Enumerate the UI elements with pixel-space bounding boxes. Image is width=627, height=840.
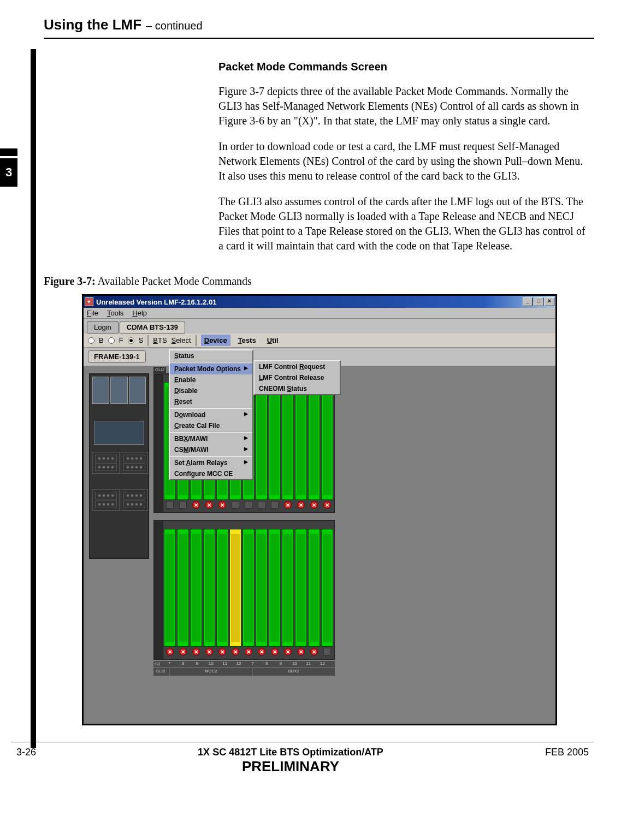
footer-preliminary: PRELIMINARY (198, 758, 383, 775)
maximize-button[interactable]: □ (534, 297, 543, 306)
card-slot[interactable]: ✕ (242, 523, 255, 657)
card-slot[interactable]: ✕ (164, 523, 176, 657)
slot-num: 7 (162, 661, 176, 668)
menu-item-configure-mcc-ce[interactable]: Configure MCC CE (170, 468, 252, 479)
card-slot[interactable]: ✕ (269, 523, 281, 657)
menu-item-packet-mode-options[interactable]: Packet Mode Options▶ (170, 364, 252, 374)
app-icon: ✦ (85, 297, 93, 306)
menu-file[interactable]: File (87, 309, 98, 317)
titlebar: ✦ Unreleased Version LMF-2.16.1.2.01 _ □… (84, 296, 555, 308)
card-slot[interactable]: ✕ (190, 523, 202, 657)
toolbar-device[interactable]: Device (201, 335, 230, 346)
page-header-continued: – continued (146, 20, 202, 32)
toolbar-select[interactable]: Select (171, 336, 191, 344)
card-slot[interactable]: ✕ (177, 523, 189, 657)
footer-gli2: GLI2 (153, 668, 170, 676)
slot-num: 7 (246, 661, 260, 668)
toolbar-bts[interactable]: BTS (153, 336, 167, 344)
status-x-icon: ✕ (192, 501, 200, 509)
packet-mode-submenu: LMF Control Request LMF Control Release … (253, 360, 341, 395)
gli-strip (155, 374, 163, 512)
status-x-icon: ✕ (258, 648, 265, 656)
card-slot[interactable] (269, 377, 281, 510)
radio-b[interactable] (88, 337, 94, 344)
footer-bbx2: BBX2 (253, 668, 335, 676)
menu-item-reset[interactable]: Reset (170, 396, 252, 407)
card-slot[interactable]: ✕ (216, 523, 228, 657)
menu-item-download[interactable]: Download▶ (170, 409, 252, 420)
status-x-icon: ✕ (218, 648, 226, 656)
menu-item-disable[interactable]: Disable (170, 385, 252, 396)
chevron-right-icon: ▶ (244, 459, 248, 467)
app-window: ✦ Unreleased Version LMF-2.16.1.2.01 _ □… (82, 294, 557, 725)
footer-doc-title: 1X SC 4812T Lite BTS Optimization/ATP (198, 747, 383, 758)
tab-login[interactable]: Login (87, 321, 119, 333)
radio-s[interactable] (128, 337, 134, 344)
toolbar-divider (147, 335, 149, 346)
canvas-area: Status Packet Mode Options▶ Enable Disab… (84, 366, 555, 724)
status-x-icon: ✕ (284, 501, 292, 509)
slot-num: 10 (288, 661, 302, 668)
card-slot[interactable]: ✕ (256, 523, 268, 657)
card-slot[interactable]: ✕ (282, 523, 294, 657)
card-slot[interactable]: ✕ (308, 523, 320, 657)
toolbar-tests[interactable]: Tests (235, 335, 259, 346)
close-button[interactable]: × (545, 297, 554, 306)
status-x-icon: ✕ (166, 648, 174, 656)
card-slot[interactable] (256, 377, 268, 510)
card-slot[interactable]: ✕ (203, 523, 215, 657)
status-x-icon: ✕ (323, 501, 331, 509)
card-slot[interactable]: ✕ (295, 523, 307, 657)
menu-item-enable[interactable]: Enable (170, 374, 252, 385)
header-rule (44, 38, 594, 39)
window-title: Unreleased Version LMF-2.16.1.2.01 (96, 298, 523, 306)
status-x-icon: ✕ (218, 501, 226, 509)
menu-help[interactable]: Help (132, 309, 147, 317)
figure-caption: Figure 3-7: Available Packet Mode Comman… (44, 275, 594, 288)
frame-selector[interactable]: FRAME-139-1 (88, 350, 146, 363)
toolbar-divider-2 (196, 335, 197, 346)
card-cage-lower: ✕ ✕ ✕ ✕ ✕ ✕ ✕ ✕ ✕ ✕ ✕ ✕ (153, 520, 335, 660)
status-x-icon: ✕ (297, 648, 305, 656)
submenu-lmf-control-release[interactable]: LMF Control Release (255, 372, 340, 383)
paragraph-1: Figure 3-7 depicts three of the availabl… (218, 84, 589, 128)
chevron-right-icon: ▶ (244, 411, 248, 419)
radio-f[interactable] (108, 337, 115, 344)
slot-num: 9 (274, 661, 288, 668)
menu-item-create-cal-file[interactable]: Create Cal File (170, 420, 252, 431)
menu-item-status[interactable]: Status (170, 350, 252, 361)
toolbar-util[interactable]: Util (264, 335, 282, 346)
status-x-icon: ✕ (179, 648, 187, 656)
slot-num: 9 (190, 661, 204, 668)
menu-separator (170, 432, 252, 433)
menu-item-bbx-mawi[interactable]: BBX/MAWI▶ (170, 433, 252, 444)
slot-num: 11 (218, 661, 232, 668)
card-slot[interactable]: ✕ (321, 377, 333, 510)
card-slot[interactable] (321, 523, 333, 657)
slot-num: 8 (260, 661, 274, 668)
menu-separator (170, 456, 252, 457)
slot-num: 12 (232, 661, 246, 668)
submenu-cneomi-status[interactable]: CNEOMI Status (255, 383, 340, 394)
label-f: F (119, 336, 123, 344)
menu-item-csm-mawi[interactable]: CSM/MAWI▶ (170, 444, 252, 455)
menu-tools[interactable]: Tools (107, 309, 123, 317)
menu-item-set-alarm-relays[interactable]: Set Alarm Relays▶ (170, 457, 252, 468)
paragraph-3: The GLI3 also assumes control of the car… (218, 194, 589, 253)
status-x-icon: ✕ (205, 501, 213, 509)
footer-page-number: 3-26 (16, 747, 36, 758)
card-slot[interactable]: ✕ (282, 377, 294, 510)
menu-separator (170, 362, 252, 363)
card-slot[interactable]: ✕ (308, 377, 320, 510)
label-b: B (99, 336, 104, 344)
card-slot[interactable]: ✕ (229, 523, 241, 657)
tab-cdma-bts[interactable]: CDMA BTS-139 (120, 321, 185, 333)
status-x-icon: ✕ (205, 648, 213, 656)
card-slot[interactable]: ✕ (295, 377, 307, 510)
status-x-icon: ✕ (310, 501, 318, 509)
tab-row: Login CDMA BTS-139 (84, 319, 555, 333)
status-x-icon: ✕ (284, 648, 292, 656)
vertical-sidebar-rule (31, 49, 36, 748)
submenu-lmf-control-request[interactable]: LMF Control Request (255, 361, 340, 372)
minimize-button[interactable]: _ (523, 297, 533, 306)
